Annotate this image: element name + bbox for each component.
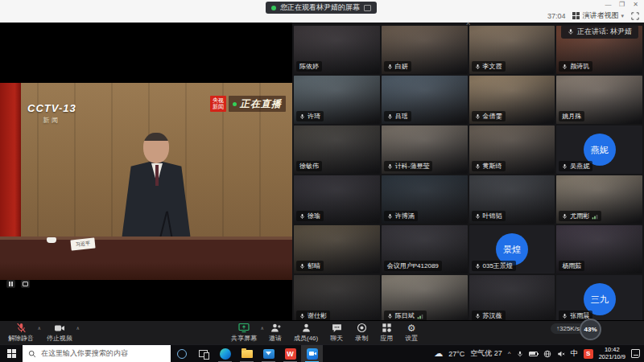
participant-name: 杨雨茹 — [562, 261, 581, 270]
participant-tile[interactable]: 姚月殊 — [556, 76, 642, 124]
taskbar-clock[interactable]: 10:42 2021/10/9 — [599, 347, 625, 360]
participant-tile[interactable]: 苏汉薇 — [469, 275, 555, 323]
close-button[interactable]: ✕ — [629, 0, 642, 9]
participant-name: 许博涵 — [395, 212, 415, 220]
file-explorer-icon — [242, 350, 253, 358]
start-button[interactable] — [0, 345, 23, 362]
participant-tile[interactable]: 计科-蒲昱莹 — [382, 125, 468, 174]
participant-name: 白妍 — [395, 62, 408, 71]
mic-icon — [299, 313, 305, 319]
pause-icon[interactable] — [6, 280, 15, 288]
toolbar-button-stop-video[interactable]: 停止视频 ∧ — [47, 323, 72, 343]
participant-tile[interactable]: 徐瑜 — [294, 175, 380, 224]
participant-tile[interactable]: 陈依婷 — [294, 26, 380, 74]
participant-tile[interactable]: 会议用户P412089 — [382, 225, 468, 274]
participant-tile[interactable]: 陈日斌 — [382, 275, 468, 323]
volume-muted-icon[interactable] — [557, 350, 565, 358]
taskbar-search-input[interactable]: 在这里输入你要搜索的内容 — [23, 345, 171, 362]
chevron-up-icon[interactable]: ∧ — [38, 325, 41, 331]
participant-tile[interactable]: 三九 张雨晨 — [556, 275, 642, 323]
minimize-button[interactable]: — — [601, 0, 615, 9]
network-globe-icon[interactable] — [543, 350, 551, 358]
participant-name: 叶锦韬 — [483, 212, 502, 220]
participant-name-pill: 许琦 — [296, 111, 324, 121]
collapse-arrow-icon[interactable]: ^ — [466, 21, 469, 29]
edge-button[interactable] — [214, 345, 236, 362]
file-explorer-button[interactable] — [236, 345, 258, 362]
participant-tile[interactable]: 景煌 035王景煌 — [469, 225, 555, 274]
participant-tile[interactable]: 白妍 — [382, 26, 468, 74]
participant-tile[interactable]: 郁晴 — [294, 225, 380, 274]
watching-screen-pill[interactable]: 您正在观看林尹婧的屏幕 — [266, 2, 377, 14]
main-content: CCTV-13 新闻 央视 新闻 正在直播 — [0, 23, 644, 344]
performance-ball[interactable]: 43% — [580, 319, 601, 340]
chevron-up-icon[interactable]: ∧ — [261, 325, 264, 331]
wps-button[interactable]: W — [279, 345, 301, 362]
mail-app-button[interactable] — [258, 345, 279, 362]
toolbar-button-apps[interactable]: 应用 — [380, 323, 393, 343]
members-icon — [301, 323, 312, 333]
participant-tile[interactable]: 金倩雯 — [469, 76, 555, 124]
toolbar-button-chat[interactable]: 聊天 — [330, 323, 343, 343]
speaker-figure — [121, 133, 193, 237]
record-icon — [357, 323, 367, 333]
mic-icon — [475, 313, 481, 319]
toolbar-button-label: 录制 — [355, 334, 368, 343]
wps-icon: W — [285, 348, 296, 360]
participant-tile[interactable]: 燕妮 吴燕妮 — [556, 125, 642, 174]
share-screen-icon — [238, 323, 250, 333]
mic-icon — [387, 163, 393, 170]
participant-tile[interactable]: 许琦 — [294, 76, 380, 124]
view-mode-button[interactable]: 演讲者视图 ▾ — [572, 10, 624, 21]
battery-icon[interactable] — [529, 352, 538, 356]
participant-tile[interactable]: 叶锦韬 — [469, 175, 555, 224]
participant-tile[interactable]: 杨雨茹 — [556, 225, 642, 274]
participant-tile[interactable]: 许博涵 — [382, 175, 468, 224]
fullscreen-icon[interactable] — [631, 12, 639, 20]
participants-grid: 陈依婷 白妍 李文霞 颜诗玑 许琦 吕瑶 — [294, 26, 642, 323]
mic-icon — [475, 163, 481, 170]
cctv-broadcast-video: CCTV-13 新闻 央视 新闻 正在直播 — [0, 83, 292, 280]
shared-screen-area[interactable]: CCTV-13 新闻 央视 新闻 正在直播 — [0, 23, 292, 344]
panel-icon[interactable] — [21, 280, 30, 288]
toolbar-button-invite[interactable]: 邀请 — [269, 323, 282, 343]
maximize-button[interactable]: ❐ — [615, 0, 629, 9]
toolbar-button-label: 停止视频 — [47, 334, 72, 343]
participant-tile[interactable]: 吕瑶 — [382, 76, 468, 124]
mic-icon — [568, 28, 574, 35]
participant-tile[interactable]: 尤雨彬 — [556, 175, 642, 224]
titlebar: 您正在观看林尹婧的屏幕 — ❐ ✕ 37:04 演讲者视图 ▾ — [0, 0, 644, 23]
chevron-up-icon[interactable]: ∧ — [76, 325, 80, 331]
cctv-news-badge: 央视 新闻 — [210, 96, 226, 112]
participant-name-pill: 许博涵 — [384, 211, 418, 221]
live-dot-icon — [233, 102, 237, 106]
toolbar-button-unmute[interactable]: 解除静音 ∧ — [8, 323, 34, 343]
task-view-button[interactable] — [192, 345, 214, 362]
meeting-app-button[interactable] — [301, 345, 323, 362]
sogou-ime-icon[interactable]: S — [584, 349, 593, 359]
toolbar-button-share-screen[interactable]: 共享屏幕 ∧ — [231, 323, 257, 343]
mic-muted-icon — [16, 323, 27, 333]
toolbar-left-group: 解除静音 ∧ 停止视频 ∧ — [0, 323, 72, 343]
toolbar-button-record[interactable]: 录制 — [355, 323, 368, 343]
toolbar-button-settings[interactable]: ⚙ 设置 — [405, 323, 418, 343]
participant-tile[interactable]: 李文霞 — [469, 26, 555, 74]
weather-temp[interactable]: 27°C — [448, 350, 464, 358]
participant-tile[interactable]: 黄斯绮 — [469, 125, 555, 174]
participant-tile[interactable]: 徐敏伟 — [294, 125, 380, 174]
mic-icon — [299, 113, 305, 120]
tray-mic-icon[interactable] — [517, 350, 523, 358]
participant-name: 黄斯绮 — [483, 162, 502, 171]
participant-name-pill: 姚月殊 — [559, 111, 584, 121]
tray-expand-chevron[interactable]: ^ — [508, 350, 511, 357]
popout-icon[interactable] — [364, 5, 371, 11]
action-center-icon[interactable] — [631, 349, 640, 358]
weather-cloud-icon[interactable]: ☁ — [434, 349, 443, 358]
meeting-timer: 37:04 — [547, 12, 566, 20]
weather-air[interactable]: 空气优 27 — [470, 348, 502, 359]
cortana-button[interactable] — [171, 345, 192, 362]
participant-name-pill: 计科-蒲昱莹 — [384, 161, 433, 171]
ime-indicator[interactable]: 中 — [571, 348, 578, 359]
toolbar-button-members[interactable]: 成员(46) — [294, 323, 318, 343]
participant-tile[interactable]: 谢仕彬 — [294, 275, 380, 323]
